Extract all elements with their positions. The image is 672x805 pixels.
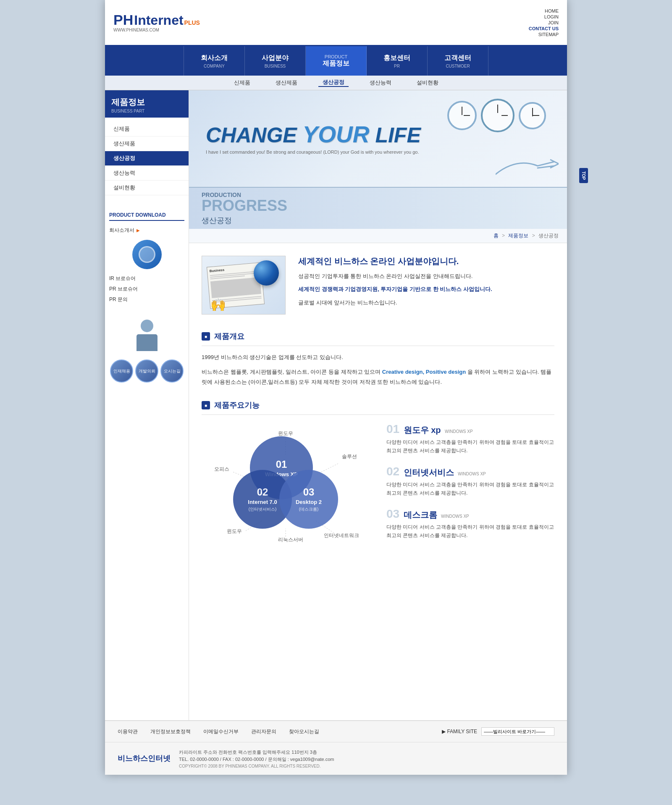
venn-circle-3: 03 Desktop 2 (데스크롬) (279, 470, 338, 529)
globe-decoration (254, 260, 279, 286)
sidebar-item-facility[interactable]: 설비현황 (105, 181, 189, 195)
clock-2 (481, 99, 514, 132)
logo-internet: Internet (134, 13, 183, 27)
business-text: 세계적인 비느하스 온라인 사업분야입니다. 성공적인 기업투자를 통한 비느하… (298, 256, 492, 311)
features-list: 01 원도우 xp WINDOWS XP 다양한 미디어 서비스 고객층을 만족… (386, 423, 554, 550)
overview-text2: 비느하스은 웹플롯, 게시판템플릿, 일러스트, 아이콘 등을 제작하고 있으며… (202, 367, 554, 388)
footer-link-directions[interactable]: 찾아오시는길 (289, 728, 319, 735)
hero-sub: I have I set commanded you! Be strong an… (206, 149, 421, 155)
footer: 이용약관 개인정보보호정책 이메일수신거부 관리자문의 찾아오시는길 ▶ FAM… (105, 720, 567, 775)
download-pr-brochure[interactable]: PR 브로슈어 (109, 284, 184, 294)
progress-title: PROGRESS (202, 198, 287, 213)
breadcrumb-product[interactable]: 제품정보 (508, 233, 528, 239)
nav-login[interactable]: LOGIN (544, 14, 559, 19)
nav-join[interactable]: JOIN (548, 20, 559, 25)
nav-product[interactable]: PRODUCT 제품정보 (306, 46, 367, 76)
business-text3: 글로벌 시대에 앞서가는 비느하스입니다. (298, 298, 492, 307)
footer-company-name: 비느하스인터넷 (118, 753, 171, 763)
footer-link-email[interactable]: 이메일수신거부 (203, 728, 239, 735)
right-nav: HOME LOGIN JOIN CONTACT US SITEMAP (529, 8, 559, 37)
family-site-select[interactable]: ——빌리사이트 바로가기—— (481, 727, 554, 736)
product-download-title: PRODUCT DOWNLOAD (109, 212, 184, 221)
content-area: 제품정보 BUSINESS PART 신제품 생산제품 생산공정 생산능력 설비… (105, 90, 567, 720)
sidebar-title: 제품정보 BUSINESS PART (105, 90, 189, 118)
logo-url: WWW.PHINEMAS.COM (113, 28, 159, 32)
nav-customer[interactable]: 고객센터 CUSTMOER (428, 46, 488, 76)
section-features-header: 제품주요기능 (202, 400, 554, 415)
section-bullet-2 (202, 401, 210, 409)
main-content: CHANGE YOUR LIFE I have I set commanded … (189, 90, 567, 720)
footer-link-admin[interactable]: 관리자문의 (251, 728, 276, 735)
subnav-process[interactable]: 생산공정 (318, 79, 349, 87)
section-bullet (202, 332, 210, 341)
sidebar-item-new[interactable]: 신제품 (105, 122, 189, 136)
hands-decoration: 🙌 (210, 297, 226, 312)
overview-text1: 1999년 비느하스의 생산기술은 업계를 선도하고 있습니다. (202, 352, 554, 363)
footer-info: 비느하스인터넷 카피라이트 주소와 전화번호 팩스번호를 입력해주세요 110번… (105, 742, 567, 775)
sidebar-item-products[interactable]: 생산제품 (105, 136, 189, 151)
nav-company[interactable]: 회사소개 COMPANY (184, 46, 245, 76)
label-solution: 솔루션 (342, 453, 357, 460)
hero-text: CHANGE YOUR LIFE I have I set commanded … (189, 110, 438, 167)
progress-section: PRODUCTION PROGRESS 생산공정 (189, 187, 567, 229)
main-nav: 회사소개 COMPANY 사업분야 BUSINESS PRODUCT 제품정보 … (105, 46, 567, 76)
hero-life: LIFE (375, 123, 420, 147)
logo-area: PH Internet PLUS WWW.PHINEMAS.COM (113, 6, 200, 39)
breadcrumb-current: 생산공정 (538, 233, 559, 239)
subnav-new[interactable]: 신제품 (230, 79, 255, 87)
footer-link-privacy[interactable]: 개인정보보호정책 (150, 728, 191, 735)
business-title: 세계적인 비느하스 온라인 사업분야입니다. (298, 256, 492, 267)
sidebar: 제품정보 BUSINESS PART 신제품 생산제품 생산공정 생산능력 설비… (105, 90, 189, 720)
btn-recruit[interactable]: 인재채용 (110, 359, 133, 383)
hero-your-text: YOUR (303, 121, 370, 147)
product-download: PRODUCT DOWNLOAD 회사소개서 ▶ IR 브로슈어 P (105, 208, 189, 309)
content-body: Business 🙌 (189, 243, 567, 563)
subnav-products[interactable]: 생산제품 (271, 79, 302, 87)
logo-plus: PLUS (184, 20, 200, 26)
business-text2: 세계적인 경쟁력과 기업경영지원, 투자기업을 기반으로 한 비느하스 사업입니… (298, 284, 492, 294)
label-windows-bottom: 윈도우 (227, 528, 242, 535)
diagram-area: 윈도우 솔루션 오피스 윈도우 리눅스서버 인터넷네트워크 (202, 428, 370, 545)
breadcrumb-home[interactable]: 홈 (494, 233, 499, 239)
footer-link-terms[interactable]: 이용약관 (118, 728, 138, 735)
hero-clocks (447, 99, 546, 132)
download-pr-inquiry[interactable]: PR 문의 (109, 294, 184, 305)
clock-3 (519, 102, 546, 129)
nav-home[interactable]: HOME (545, 8, 559, 13)
btn-directions[interactable]: 오시는길 (160, 359, 184, 383)
sidebar-item-capability[interactable]: 생산능력 (105, 166, 189, 181)
business-section: Business 🙌 (202, 256, 554, 315)
venn-diagram: 윈도우 솔루션 오피스 윈도우 리눅스서버 인터넷네트워크 (212, 428, 359, 545)
label-linux: 리눅스서버 (278, 536, 303, 543)
footer-links: 이용약관 개인정보보호정책 이메일수신거부 관리자문의 찾아오시는길 ▶ FAM… (105, 721, 567, 742)
family-site-label: ▶ FAMILY SITE (442, 729, 477, 734)
subnav-facility[interactable]: 설비현황 (412, 79, 443, 87)
section-overview-title: 제품개요 (214, 331, 244, 341)
business-text1: 성공적인 기업투자를 통한 비느하스 온라인 사업실전을 안내해드립니다. (298, 271, 492, 281)
nav-pr[interactable]: 홍보센터 PR (367, 46, 428, 76)
nav-sitemap[interactable]: SITEMAP (538, 32, 559, 37)
breadcrumb: 홈 > 제품정보 > 생산공정 (189, 229, 567, 243)
btn-develop[interactable]: 개발의뢰 (135, 359, 158, 383)
hero-banner: CHANGE YOUR LIFE I have I set commanded … (189, 90, 567, 187)
download-company[interactable]: 회사소개서 ▶ (109, 225, 184, 236)
sidebar-item-process[interactable]: 생산공정 (105, 151, 189, 166)
section-features-title: 제품주요기능 (214, 400, 260, 410)
business-image: Business 🙌 (202, 256, 286, 315)
header: PH Internet PLUS WWW.PHINEMAS.COM HOME L… (105, 0, 567, 46)
section-overview-header: 제품개요 (202, 331, 554, 346)
feature-item-1: 01 원도우 xp WINDOWS XP 다양한 미디어 서비스 고객층을 만족… (386, 423, 554, 455)
hero-change: CHANGE (206, 123, 297, 147)
arrow-decoration (496, 153, 559, 178)
footer-copyright: COPYRIGHT© 2008 BY PHINEMAS COMPANY. ALL… (179, 764, 334, 768)
feature-item-2: 02 인터넷서비스 WINDOWS XP 다양한 미디어 서비스 고객층을 만족… (386, 466, 554, 498)
download-ir[interactable]: IR 브로슈어 (109, 273, 184, 284)
top-button[interactable]: TOP (579, 168, 588, 183)
subnav-capability[interactable]: 생산능력 (365, 79, 396, 87)
logo[interactable]: PH Internet PLUS (113, 13, 200, 27)
label-office: 오피스 (214, 466, 229, 473)
nav-contact[interactable]: CONTACT US (529, 26, 559, 31)
nav-business[interactable]: 사업분야 BUSINESS (245, 46, 306, 76)
label-network: 인터넷네트워크 (324, 532, 359, 539)
sidebar-bottom: 인재채용 개발의뢰 오시는길 (105, 309, 189, 391)
